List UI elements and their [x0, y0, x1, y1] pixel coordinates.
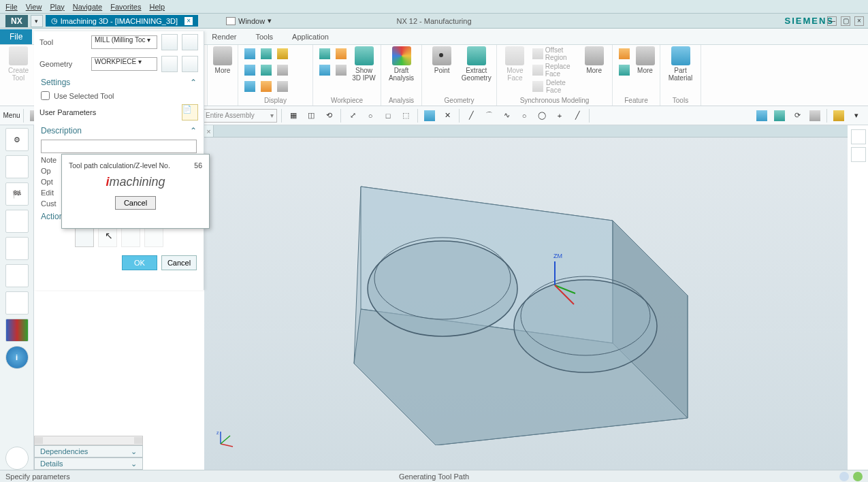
feat-btn-2[interactable]	[617, 63, 632, 78]
more-sync-button[interactable]: More	[580, 46, 608, 74]
rb-part-icon[interactable]	[5, 237, 29, 260]
tab-switch-icon[interactable]: ▾	[31, 15, 43, 27]
rb-info-icon[interactable]: i	[5, 346, 29, 369]
qt-btn-7[interactable]: ○	[363, 108, 378, 123]
display-btn-4[interactable]	[242, 63, 257, 78]
feat-btn-1[interactable]	[617, 46, 632, 61]
menu-play[interactable]: Play	[50, 3, 64, 11]
draft-analysis-button[interactable]: Draft Analysis	[385, 46, 417, 82]
rb-flag-icon[interactable]: 🏁	[5, 182, 29, 206]
action-3-icon[interactable]	[121, 228, 140, 247]
menu-view[interactable]: View	[26, 3, 42, 11]
qt-curve-icon[interactable]: ∿	[499, 108, 514, 123]
display-btn-5[interactable]	[259, 63, 274, 78]
wp-btn-3[interactable]	[317, 63, 332, 78]
point-button[interactable]: Point	[426, 46, 458, 74]
use-selected-tool-checkbox[interactable]	[41, 91, 50, 100]
rb-db-icon[interactable]	[5, 210, 29, 233]
assembly-filter[interactable]: Entire Assembly▾	[202, 109, 277, 123]
rb-gear-icon[interactable]: ⚙	[5, 128, 29, 151]
display-btn-7[interactable]	[242, 79, 257, 94]
qt-view-1[interactable]	[754, 108, 769, 123]
geometry-select[interactable]: WORKPIECE ▾	[91, 57, 157, 71]
qt-btn-3[interactable]: ▦	[286, 108, 301, 123]
tool-new-icon[interactable]	[182, 34, 198, 50]
rb-nav-icon[interactable]	[5, 155, 29, 178]
qt-circle-icon[interactable]: ○	[517, 108, 532, 123]
wp-btn-2[interactable]	[334, 46, 349, 61]
qt-cube-icon[interactable]	[422, 108, 437, 123]
details-header[interactable]: Details⌄	[34, 457, 143, 470]
rb-grid-icon[interactable]	[851, 147, 866, 162]
menu-help[interactable]: Help	[149, 3, 165, 11]
viewport-tab-close-icon[interactable]: ×	[204, 125, 214, 137]
rb-history-icon[interactable]	[5, 291, 29, 315]
rb-books-icon[interactable]	[5, 319, 29, 342]
rb-assy-icon[interactable]	[5, 264, 29, 287]
qt-view-3[interactable]	[807, 108, 822, 123]
qt-line-icon[interactable]: ╱	[464, 108, 479, 123]
more-feature-button[interactable]: More	[634, 46, 656, 74]
display-btn-9[interactable]	[275, 79, 290, 94]
user-params-button[interactable]: 📄	[182, 104, 198, 120]
display-btn-3[interactable]	[275, 46, 290, 61]
close-button[interactable]: ×	[854, 16, 864, 26]
menu-favorites[interactable]: Favorites	[110, 3, 141, 11]
rb-globe-icon[interactable]	[5, 447, 29, 470]
qt-plus-icon[interactable]: +	[552, 108, 567, 123]
qt-btn-8[interactable]: □	[381, 108, 396, 123]
minimize-button[interactable]: —	[827, 16, 837, 26]
tab-render[interactable]: Render	[202, 30, 246, 44]
h-scrollbar[interactable]	[34, 436, 143, 445]
menu-navigate[interactable]: Navigate	[73, 3, 102, 11]
qt-refresh-icon[interactable]: ⟳	[790, 108, 805, 123]
qt-btn-10[interactable]: ✕	[440, 108, 455, 123]
tool-select[interactable]: MILL (Milling Toc ▾	[91, 35, 157, 49]
create-tool-button[interactable]: Create Tool	[4, 46, 33, 82]
tab-application[interactable]: Application	[283, 30, 338, 44]
dependencies-header[interactable]: Dependencies⌄	[34, 445, 143, 457]
menu-button[interactable]: Menu	[4, 108, 19, 123]
geom-new-icon[interactable]	[182, 56, 198, 72]
ok-button[interactable]: OK	[122, 255, 157, 270]
qt-view-5[interactable]: ▾	[849, 108, 864, 123]
close-tab-icon[interactable]: ×	[184, 17, 193, 25]
description-input[interactable]	[41, 140, 197, 153]
qt-btn-9[interactable]: ⬚	[398, 108, 413, 123]
qt-view-2[interactable]	[772, 108, 787, 123]
viewport[interactable]: × ZM z	[204, 125, 848, 470]
geom-edit-icon[interactable]	[161, 56, 178, 72]
settings-header[interactable]: Settings⌃	[34, 75, 204, 90]
tab-tools[interactable]: Tools	[246, 30, 283, 44]
wp-btn-1[interactable]	[317, 46, 332, 61]
more-ops-button[interactable]: More	[212, 46, 234, 74]
action-generate-icon[interactable]	[75, 228, 94, 247]
progress-cancel-button[interactable]: Cancel	[115, 196, 156, 210]
display-btn-8[interactable]	[259, 79, 274, 94]
document-tab[interactable]: ◷ Imachining 3D - [IMACHINING_3D] ×	[46, 15, 198, 27]
cancel-button[interactable]: Cancel	[161, 255, 197, 270]
show-3d-ipw-button[interactable]: Show 3D IPW	[351, 46, 376, 82]
menu-file[interactable]: File	[5, 3, 18, 11]
qt-btn-11[interactable]: ╱	[570, 108, 585, 123]
qt-view-4[interactable]	[831, 108, 846, 123]
display-btn-2[interactable]	[259, 46, 274, 61]
qt-ellipse-icon[interactable]: ◯	[534, 108, 549, 123]
qt-btn-6[interactable]: ⤢	[345, 108, 360, 123]
extract-geom-button[interactable]: Extract Geometry	[461, 46, 493, 82]
qt-btn-5[interactable]: ⟲	[321, 108, 336, 123]
display-btn-1[interactable]	[242, 46, 257, 61]
status-icon-1[interactable]	[839, 472, 849, 481]
rb-cube-icon[interactable]	[851, 129, 866, 144]
qt-btn-4[interactable]: ◫	[304, 108, 319, 123]
tool-edit-icon[interactable]	[161, 34, 178, 50]
wp-btn-4[interactable]	[334, 63, 349, 78]
description-header[interactable]: Description⌃	[34, 123, 204, 138]
action-4-icon[interactable]	[144, 228, 163, 247]
display-btn-6[interactable]	[275, 63, 290, 78]
qt-arc-icon[interactable]: ⌒	[481, 108, 496, 123]
file-tab[interactable]: File	[0, 29, 32, 44]
window-menu[interactable]: Window ▾	[226, 16, 272, 25]
maximize-button[interactable]: ▢	[841, 16, 850, 26]
status-icon-2[interactable]	[853, 472, 863, 481]
